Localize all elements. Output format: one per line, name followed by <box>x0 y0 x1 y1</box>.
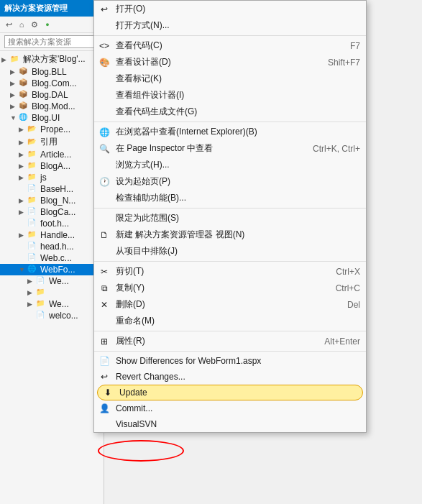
menu-label-view_designer: 查看设计器(D) <box>116 56 313 68</box>
menu-item-cut[interactable]: ✂剪切(T)Ctrl+X <box>94 263 366 280</box>
tree-item-icon: 📦 <box>19 67 30 77</box>
menu-shortcut-page_inspector: Ctrl+K, Ctrl+ <box>313 144 360 154</box>
menu-item-view_browser[interactable]: 🌐在浏览器中查看(Internet Explorer)(B) <box>94 124 366 140</box>
tree-item-quote[interactable]: ▶📂引用 <box>0 135 104 149</box>
menu-icon-commit: 👤 <box>98 403 110 414</box>
tree-arrow-icon: ▶ <box>10 80 19 87</box>
menu-item-view_generated[interactable]: 查看代码生成文件(G) <box>94 104 366 120</box>
tree-item-article[interactable]: ▶📁Article... <box>0 149 104 160</box>
menu-item-limit_scope[interactable]: 限定为此范围(S) <box>94 210 366 226</box>
tree-arrow-icon: ▶ <box>10 103 19 110</box>
tree-arrow-icon: ▼ <box>19 266 27 273</box>
tree-item-icon: 📁 <box>27 161 39 171</box>
tree-item-web_c[interactable]: 📄Web.c... <box>0 252 104 264</box>
context-menu: ↩打开(O)打开方式(N)...<>查看代码(C)F7🎨查看设计器(D)Shif… <box>93 0 367 433</box>
tree-item-icon: 📄 <box>36 276 47 286</box>
toolbar-icon-circle[interactable]: ● <box>42 19 53 30</box>
menu-label-commit: Commit... <box>116 403 360 413</box>
tree-arrow-icon: ▶ <box>19 162 27 170</box>
menu-item-open_with[interactable]: 打开方式(N)... <box>94 17 366 34</box>
menu-label-show_differences: Show Differences for WebForm1.aspx <box>116 356 360 366</box>
se-search-input[interactable] <box>4 35 99 48</box>
tree-item-blogca[interactable]: ▶📄BlogCa... <box>0 206 104 218</box>
menu-icon-copy: ⧉ <box>98 283 110 294</box>
menu-item-delete[interactable]: ✕删除(D)Del <box>94 296 366 313</box>
menu-icon-view_code: <> <box>98 40 110 52</box>
menu-item-set_start[interactable]: 🕐设为起始页(P) <box>94 173 366 190</box>
tree-item-blog_n[interactable]: ▶📁Blog_N... <box>0 195 104 206</box>
tree-item-icon: 📁 <box>27 230 39 240</box>
menu-item-copy[interactable]: ⧉复制(Y)Ctrl+C <box>94 280 366 296</box>
menu-shortcut-view_code: F7 <box>350 41 360 51</box>
tree-arrow-icon: ▶ <box>19 197 27 204</box>
menu-item-browse_with[interactable]: 浏览方式(H)... <box>94 157 366 173</box>
tree-item-js[interactable]: ▶📁js <box>0 172 104 183</box>
menu-item-new_solution_view[interactable]: 🗋新建 解决方案资源管理器 视图(N) <box>94 226 366 243</box>
tree-item-icon: 🌐 <box>19 113 30 123</box>
tree-item-head_h[interactable]: 📄head.h... <box>0 241 104 252</box>
tree-item-label: 解决方案'Blog'... <box>23 53 86 65</box>
menu-item-commit[interactable]: 👤Commit... <box>94 400 366 416</box>
tree-item-prope[interactable]: ▶📂Prope... <box>0 124 104 135</box>
tree-item-solution[interactable]: ▶📁解决方案'Blog'... <box>0 52 104 66</box>
menu-label-set_start: 设为起始页(P) <box>116 175 360 188</box>
tree-item-blog_bll[interactable]: ▶📦Blog.BLL <box>0 66 104 78</box>
tree-item-webfo[interactable]: ▼🌐WebFo... <box>0 264 104 275</box>
menu-item-view_component[interactable]: 查看组件设计器(I) <box>94 87 366 104</box>
menu-item-properties[interactable]: ⊞属性(R)Alt+Enter <box>94 333 366 349</box>
menu-item-revert_changes[interactable]: ↩Revert Changes... <box>94 369 366 385</box>
tree-item-icon: 📦 <box>19 90 30 100</box>
tree-item-welco[interactable]: 📄welco... <box>0 310 104 321</box>
tree-arrow-icon: ▶ <box>19 209 27 216</box>
tree-item-label: Blog.UI <box>32 113 60 123</box>
tree-item-foot_h[interactable]: 📄foot.h... <box>0 218 104 229</box>
tree-item-label: Blog.Com... <box>32 78 77 88</box>
toolbar-icon-1[interactable]: ↩ <box>3 19 14 30</box>
toolbar-icon-home[interactable]: ⌂ <box>16 19 27 30</box>
tree-arrow-icon: ▶ <box>19 126 27 133</box>
tree-item-label: Blog_N... <box>40 196 75 206</box>
se-toolbar: ↩ ⌂ ⚙ ● <box>0 17 104 33</box>
tree-item-icon: 📦 <box>19 78 30 88</box>
tree-item-label: Blog.BLL <box>32 67 67 77</box>
menu-label-new_solution_view: 新建 解决方案资源管理器 视图(N) <box>116 229 360 241</box>
menu-item-view_designer[interactable]: 🎨查看设计器(D)Shift+F7 <box>94 54 366 70</box>
menu-label-cut: 剪切(T) <box>116 265 321 278</box>
tree-item-bloga[interactable]: ▶📁BlogA... <box>0 160 104 172</box>
menu-item-visualsvn[interactable]: VisualSVN <box>94 416 366 432</box>
tree-item-blog_dal[interactable]: ▶📦Blog.DAL <box>0 89 104 101</box>
tree-item-label: js <box>40 173 47 183</box>
menu-shortcut-cut: Ctrl+X <box>336 267 360 277</box>
tree-item-baseh[interactable]: 📄BaseH... <box>0 183 104 195</box>
tree-item-we2[interactable]: ▶📁 <box>0 287 104 298</box>
menu-item-rename[interactable]: 重命名(M) <box>94 313 366 329</box>
menu-item-view_markup[interactable]: 查看标记(K) <box>94 70 366 87</box>
tree-item-we3[interactable]: ▶📁We... <box>0 298 104 310</box>
menu-item-update[interactable]: ⬇Update <box>97 385 363 400</box>
menu-item-check_accessibility[interactable]: 检查辅助功能(B)... <box>94 190 366 206</box>
tree-item-icon: 📁 <box>10 55 22 65</box>
tree-item-icon: 📄 <box>27 207 39 217</box>
tree-item-label: Prope... <box>40 124 70 134</box>
tree-item-blog_mod[interactable]: ▶📦Blog.Mod... <box>0 101 104 112</box>
tree-arrow-icon: ▶ <box>19 174 27 181</box>
menu-label-delete: 删除(D) <box>116 298 333 311</box>
menu-label-copy: 复制(Y) <box>116 282 321 294</box>
menu-divider <box>94 208 366 209</box>
menu-shortcut-copy: Ctrl+C <box>336 283 360 293</box>
menu-item-page_inspector[interactable]: 🔍在 Page Inspector 中查看Ctrl+K, Ctrl+ <box>94 140 366 157</box>
toolbar-icon-gear[interactable]: ⚙ <box>29 19 40 30</box>
tree-arrow-icon: ▶ <box>1 56 10 63</box>
tree-item-we1[interactable]: ▶📄We... <box>0 275 104 287</box>
menu-label-exclude_project: 从项目中排除(J) <box>116 245 360 257</box>
tree-item-icon: 📄 <box>27 219 39 229</box>
menu-label-update: Update <box>119 388 357 398</box>
menu-item-view_code[interactable]: <>查看代码(C)F7 <box>94 37 366 54</box>
menu-item-open[interactable]: ↩打开(O) <box>94 1 366 17</box>
tree-item-blog_ui[interactable]: ▼🌐Blog.UI <box>0 112 104 124</box>
tree-item-blog_com[interactable]: ▶📦Blog.Com... <box>0 78 104 89</box>
menu-divider <box>94 261 366 262</box>
tree-item-handle[interactable]: ▶📁Handle... <box>0 229 104 241</box>
menu-item-show_differences[interactable]: 📄Show Differences for WebForm1.aspx <box>94 353 366 369</box>
menu-item-exclude_project[interactable]: 从项目中排除(J) <box>94 243 366 260</box>
